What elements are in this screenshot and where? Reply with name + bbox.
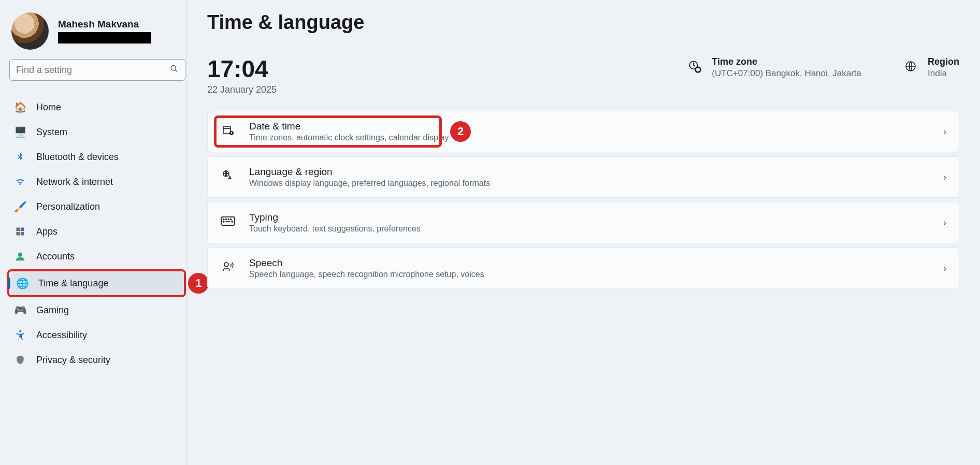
timezone-info: Time zone (UTC+07:00) Bangkok, Hanoi, Ja… [687, 56, 861, 79]
svg-rect-4 [17, 232, 20, 236]
sidebar-item-label: Personalization [36, 201, 100, 212]
sidebar-item-label: Accounts [36, 251, 75, 262]
svg-point-7 [19, 330, 21, 332]
svg-point-15 [223, 219, 224, 220]
nav-list: 🏠 Home 🖥️ System Bluetooth & devices Net… [9, 95, 186, 372]
svg-line-1 [175, 70, 177, 72]
system-icon: 🖥️ [13, 125, 27, 139]
sidebar-item-label: Bluetooth & devices [36, 152, 119, 163]
svg-point-18 [230, 219, 232, 220]
search-wrapper [9, 59, 185, 81]
brush-icon: 🖌️ [13, 200, 27, 213]
sidebar-item-home[interactable]: 🏠 Home [9, 95, 186, 119]
user-name: Mahesh Makvana [58, 19, 151, 30]
sidebar-item-label: Time & language [38, 278, 108, 289]
sidebar-item-label: Accessibility [36, 330, 87, 341]
sidebar-item-privacy[interactable]: Privacy & security [9, 348, 186, 372]
shield-icon [13, 353, 27, 367]
svg-point-17 [228, 219, 229, 220]
accessibility-icon [13, 328, 27, 342]
sidebar-item-time-language[interactable]: 🌐 Time & language [11, 271, 184, 295]
search-icon [170, 65, 178, 76]
sidebar-item-label: Gaming [36, 305, 69, 316]
sidebar-item-label: Apps [36, 226, 57, 237]
annotation-callout-1: 1 [188, 273, 209, 294]
home-icon: 🏠 [13, 100, 27, 114]
card-subtitle: Time zones, automatic clock settings, ca… [249, 133, 449, 142]
card-subtitle: Speech language, speech recognition micr… [249, 270, 484, 279]
svg-point-22 [224, 263, 228, 267]
timezone-value: (UTC+07:00) Bangkok, Hanoi, Jakarta [712, 68, 861, 79]
settings-card-list: Date & time Time zones, automatic clock … [207, 111, 959, 289]
bluetooth-icon [13, 150, 27, 164]
sidebar-item-bluetooth[interactable]: Bluetooth & devices [9, 145, 186, 169]
sidebar-item-accessibility[interactable]: Accessibility [9, 323, 186, 347]
svg-point-6 [18, 253, 22, 257]
chevron-right-icon: › [943, 172, 946, 183]
svg-rect-11 [223, 126, 230, 134]
chevron-right-icon: › [943, 263, 946, 274]
speech-icon [220, 260, 236, 276]
svg-point-19 [223, 222, 224, 223]
chevron-right-icon: › [943, 126, 946, 137]
sidebar-item-system[interactable]: 🖥️ System [9, 120, 186, 144]
card-title: Language & region [249, 166, 490, 178]
wifi-icon [13, 175, 27, 188]
card-title: Speech [249, 257, 484, 269]
card-subtitle: Windows display language, preferred lang… [249, 179, 490, 188]
search-input[interactable] [9, 59, 185, 81]
svg-point-0 [171, 66, 176, 70]
chevron-right-icon: › [943, 217, 946, 228]
timezone-label: Time zone [712, 56, 861, 67]
svg-rect-5 [21, 232, 24, 236]
card-typing[interactable]: Typing Touch keyboard, text suggestions,… [207, 202, 959, 243]
card-title: Date & time [249, 121, 449, 132]
svg-rect-21 [225, 222, 230, 223]
globe-icon [903, 60, 918, 76]
region-info: Region India [903, 56, 959, 79]
sidebar-item-gaming[interactable]: 🎮 Gaming [9, 298, 186, 322]
region-value: India [928, 68, 959, 79]
gamepad-icon: 🎮 [13, 303, 27, 317]
sidebar: Mahesh Makvana 🏠 Home 🖥️ System Bluetoot… [0, 0, 186, 465]
keyboard-icon [220, 216, 236, 229]
page-title: Time & language [207, 11, 959, 34]
clock-date: 22 January 2025 [207, 84, 277, 95]
sidebar-item-label: Privacy & security [36, 355, 110, 366]
card-title: Typing [249, 212, 421, 223]
svg-rect-3 [21, 228, 24, 231]
language-icon [220, 170, 236, 184]
svg-rect-2 [17, 228, 20, 231]
sidebar-item-label: Home [36, 102, 61, 113]
clock-time: 17:04 [207, 56, 277, 81]
person-icon [13, 250, 27, 263]
card-subtitle: Touch keyboard, text suggestions, prefer… [249, 224, 421, 234]
svg-point-20 [232, 222, 233, 223]
sidebar-item-personalization[interactable]: 🖌️ Personalization [9, 195, 186, 219]
calendar-clock-icon [220, 124, 236, 139]
main-content: Time & language 17:04 22 January 2025 Ti… [186, 0, 980, 465]
avatar [11, 12, 49, 50]
region-label: Region [928, 56, 959, 67]
card-speech[interactable]: Speech Speech language, speech recogniti… [207, 248, 959, 289]
sidebar-item-accounts[interactable]: Accounts [9, 244, 186, 268]
sidebar-item-label: Network & internet [36, 177, 113, 187]
globe-clock-icon: 🌐 [16, 277, 29, 290]
sidebar-item-label: System [36, 127, 67, 138]
sidebar-item-apps[interactable]: Apps [9, 220, 186, 243]
time-summary-row: 17:04 22 January 2025 Time zone (UTC+07:… [207, 56, 959, 95]
sidebar-item-network[interactable]: Network & internet [9, 170, 186, 194]
annotation-highlight-1: 🌐 Time & language 1 [7, 269, 186, 297]
annotation-callout-2: 2 [450, 121, 471, 142]
card-language-region[interactable]: Language & region Windows display langua… [207, 156, 959, 198]
clock-block: 17:04 22 January 2025 [207, 56, 277, 95]
timezone-icon [687, 60, 702, 76]
card-date-time[interactable]: Date & time Time zones, automatic clock … [207, 111, 959, 152]
svg-point-16 [226, 219, 227, 220]
apps-icon [13, 225, 27, 238]
user-email-redacted [58, 32, 151, 43]
user-account-block[interactable]: Mahesh Makvana [9, 9, 186, 59]
